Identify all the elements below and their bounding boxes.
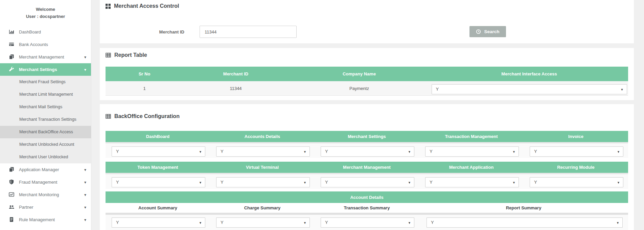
sidebar-item-merchant-management[interactable]: Merchant Management bbox=[0, 51, 91, 63]
backoffice-configuration-card: BackOffice Configuration DashBoard Accou… bbox=[100, 104, 634, 230]
column-header-report-summary: Report Summary bbox=[419, 203, 628, 213]
column-header-transaction-summary: Transaction Summary bbox=[315, 203, 419, 213]
column-header-charge-summary: Charge Summary bbox=[210, 203, 315, 213]
wrench-icon bbox=[8, 67, 14, 72]
sidebar-item-label: Bank Accounts bbox=[19, 42, 86, 47]
bar-chart-icon bbox=[8, 29, 14, 35]
sidebar-item-bank-accounts[interactable]: Bank Accounts bbox=[0, 38, 91, 51]
welcome-block: Welcome User : docspartner bbox=[0, 6, 91, 20]
report-table-card: Report Table Sr No Merchant ID Company N… bbox=[100, 48, 634, 100]
sidebar-item-dashboard[interactable]: DashBoard bbox=[0, 26, 91, 38]
table-row: 1 11344 Paymentz Y bbox=[106, 81, 628, 96]
copy-icon bbox=[8, 54, 14, 60]
cell-merchant-id: 11344 bbox=[183, 81, 288, 95]
column-header-merchant-application: Merchant Application bbox=[419, 162, 524, 173]
cell-company-name: Paymentz bbox=[288, 81, 430, 95]
sidebar-item-label: Rule Management bbox=[19, 217, 84, 222]
sidebar-item-rule-management[interactable]: Rule Management bbox=[0, 213, 91, 226]
report-summary-select[interactable]: Y bbox=[427, 217, 623, 228]
dashboard-select[interactable]: Y bbox=[112, 146, 205, 157]
chevron-down-icon bbox=[408, 147, 411, 157]
merchant-access-control-card: Merchant Access Control Merchant ID Sear… bbox=[100, 0, 634, 43]
invoice-select[interactable]: Y bbox=[530, 146, 623, 157]
search-button-label: Search bbox=[484, 29, 499, 34]
transaction-management-select[interactable]: Y bbox=[425, 146, 519, 157]
chevron-down-icon bbox=[199, 147, 202, 157]
sidebar-item-application-manager[interactable]: Application Manager bbox=[0, 163, 91, 176]
merchant-application-select[interactable]: Y bbox=[425, 177, 519, 187]
column-header-dashboard: DashBoard bbox=[106, 131, 210, 142]
transaction-summary-select[interactable]: Y bbox=[321, 217, 414, 228]
column-header-merchant-interface-access: Merchant Interface Access bbox=[430, 67, 628, 81]
merchant-management-select[interactable]: Y bbox=[321, 177, 414, 187]
section-title-text: Report Table bbox=[114, 52, 147, 58]
sidebar-item-fraud-management[interactable]: Fraud Management bbox=[0, 176, 91, 188]
table-icon bbox=[106, 114, 111, 119]
sidebar-item-label: Merchant Management bbox=[19, 54, 84, 60]
chevron-down-icon bbox=[512, 147, 515, 157]
chevron-down-icon bbox=[84, 54, 86, 60]
chevron-down-icon bbox=[512, 178, 515, 187]
recurring-module-select[interactable]: Y bbox=[530, 177, 623, 187]
chevron-down-icon bbox=[616, 218, 619, 228]
chevron-down-icon bbox=[303, 147, 306, 157]
credit-card-icon bbox=[8, 42, 14, 47]
backoffice-header-row-2: Token Management Virtual Terminal Mercha… bbox=[106, 162, 628, 173]
th-large-icon bbox=[106, 4, 111, 9]
sidebar-item-merchant-limit-management[interactable]: Merchant Limit Management bbox=[0, 88, 91, 101]
copy-icon bbox=[8, 167, 14, 172]
sidebar-item-partner[interactable]: Partner bbox=[0, 201, 91, 213]
cell-sr-no: 1 bbox=[106, 81, 183, 95]
chevron-down-icon bbox=[199, 218, 202, 228]
backoffice-select-row-2: Y Y Y Y Y bbox=[106, 173, 628, 189]
column-header-recurring-module: Recurring Module bbox=[524, 162, 628, 173]
sidebar-item-label: Merchant Monitoring bbox=[19, 192, 84, 197]
chevron-down-icon bbox=[84, 167, 86, 172]
page-title: Merchant Access Control bbox=[106, 3, 179, 9]
chevron-down-icon bbox=[84, 180, 86, 185]
chevron-down-icon bbox=[84, 217, 86, 222]
line-chart-icon bbox=[8, 192, 14, 198]
file-text-icon bbox=[8, 217, 14, 223]
accounts-details-select[interactable]: Y bbox=[216, 146, 310, 157]
section-title-text: BackOffice Configuration bbox=[114, 113, 180, 119]
chevron-down-icon bbox=[408, 218, 411, 228]
sidebar-item-label: Partner bbox=[19, 205, 84, 210]
sidebar-nav: DashBoard Bank Accounts Merchant Managem… bbox=[0, 26, 91, 230]
welcome-text: Welcome bbox=[0, 6, 91, 13]
page-title-text: Merchant Access Control bbox=[114, 3, 179, 9]
sidebar-item-merchant-transaction-settings[interactable]: Merchant Transaction Settings bbox=[0, 113, 91, 126]
sidebar-item-partial[interactable] bbox=[0, 226, 91, 230]
account-summary-select[interactable]: Y bbox=[112, 217, 205, 228]
backoffice-table: DashBoard Accounts Details Merchant Sett… bbox=[106, 131, 628, 230]
column-header-accounts-details: Accounts Details bbox=[210, 131, 315, 142]
search-icon bbox=[476, 29, 481, 34]
sidebar-item-merchant-settings[interactable]: Merchant Settings bbox=[0, 63, 91, 76]
merchant-settings-submenu: Merchant Fraud Settings Merchant Limit M… bbox=[0, 76, 91, 163]
sidebar-item-label: DashBoard bbox=[19, 29, 86, 34]
account-details-select-row: Y Y Y Y bbox=[106, 215, 628, 230]
column-header-merchant-id: Merchant ID bbox=[183, 67, 288, 81]
sidebar-item-merchant-fraud-settings[interactable]: Merchant Fraud Settings bbox=[0, 76, 91, 88]
search-button[interactable]: Search bbox=[469, 26, 506, 37]
sidebar-item-merchant-mail-settings[interactable]: Merchant Mail Settings bbox=[0, 101, 91, 113]
merchant-interface-access-select[interactable]: Y bbox=[432, 84, 627, 94]
merchant-id-input[interactable] bbox=[200, 26, 297, 38]
users-icon bbox=[8, 204, 14, 210]
chevron-down-icon bbox=[617, 178, 620, 187]
chevron-down-icon bbox=[303, 218, 306, 228]
chevron-down-icon bbox=[199, 178, 202, 187]
virtual-terminal-select[interactable]: Y bbox=[216, 177, 310, 187]
sidebar-item-merchant-unblocked-account[interactable]: Merchant Unblocked Account bbox=[0, 138, 91, 151]
charge-summary-select[interactable]: Y bbox=[216, 217, 310, 228]
merchant-settings-select[interactable]: Y bbox=[321, 146, 414, 157]
welcome-user: User : docspartner bbox=[0, 13, 91, 20]
sidebar-item-merchant-user-unblocked[interactable]: Merchant User Unblocked bbox=[0, 151, 91, 163]
sidebar-item-merchant-backoffice-access[interactable]: Merchant BackOffice Access bbox=[0, 126, 91, 138]
shield-icon bbox=[8, 179, 14, 185]
chevron-down-icon bbox=[84, 192, 86, 197]
column-header-virtual-terminal: Virtual Terminal bbox=[210, 162, 315, 173]
token-management-select[interactable]: Y bbox=[112, 177, 205, 187]
chevron-down-icon bbox=[84, 67, 86, 72]
sidebar-item-merchant-monitoring[interactable]: Merchant Monitoring bbox=[0, 188, 91, 201]
